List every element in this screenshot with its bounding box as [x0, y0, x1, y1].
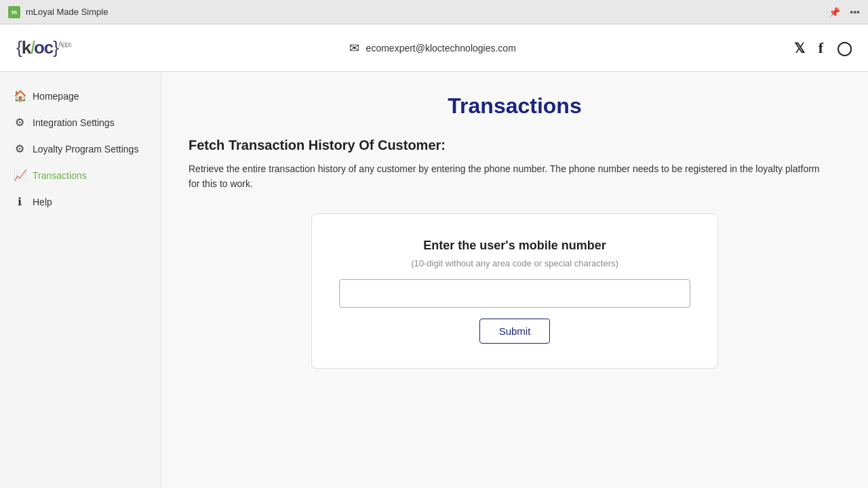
header-email: ✉ ecomexpert@kloctechnologies.com — [349, 41, 516, 56]
favicon: m — [8, 6, 20, 18]
instagram-icon[interactable]: ◯ — [837, 40, 852, 56]
sidebar-label-integration-settings: Integration Settings — [33, 117, 115, 128]
card-subtitle: (10-digit without any area code or speci… — [411, 258, 618, 268]
sidebar-item-homepage[interactable]: 🏠 Homepage — [0, 83, 161, 109]
sidebar-label-homepage: Homepage — [33, 91, 79, 102]
email-icon: ✉ — [349, 41, 359, 56]
sidebar: 🏠 Homepage ⚙ Integration Settings ⚙ Loya… — [0, 72, 161, 488]
header-social: 𝕏 f ◯ — [794, 39, 852, 57]
pin-icon[interactable]: 📌 — [829, 7, 840, 18]
page-title: Transactions — [189, 94, 841, 119]
logo: {kloc}Apps — [16, 37, 71, 58]
gear-icon-loyalty: ⚙ — [14, 142, 26, 155]
main-area: 🏠 Homepage ⚙ Integration Settings ⚙ Loya… — [0, 72, 868, 488]
sidebar-label-loyalty-program-settings: Loyalty Program Settings — [33, 144, 138, 155]
submit-button[interactable]: Submit — [479, 319, 551, 344]
header: {kloc}Apps ✉ ecomexpert@kloctechnologies… — [0, 24, 868, 72]
card-title: Enter the user's mobile number — [423, 239, 606, 253]
browser-tab: m mLoyal Made Simple — [8, 6, 108, 18]
gear-icon-integration: ⚙ — [14, 116, 26, 129]
sidebar-item-help[interactable]: ℹ Help — [0, 188, 161, 215]
more-options-icon[interactable]: ••• — [850, 7, 860, 18]
sidebar-label-transactions: Transactions — [33, 170, 87, 181]
section-description: Retrieve the entire transaction history … — [189, 161, 826, 192]
section-title: Fetch Transaction History Of Customer: — [189, 138, 841, 153]
home-icon: 🏠 — [14, 89, 26, 102]
help-icon: ℹ — [14, 195, 26, 208]
browser-bar: m mLoyal Made Simple 📌 ••• — [0, 0, 868, 24]
mobile-number-input[interactable] — [339, 279, 690, 308]
facebook-icon[interactable]: f — [818, 39, 823, 57]
sidebar-label-help: Help — [33, 197, 52, 207]
mobile-number-card: Enter the user's mobile number (10-digit… — [311, 214, 718, 369]
sidebar-item-integration-settings[interactable]: ⚙ Integration Settings — [0, 109, 161, 136]
sidebar-item-loyalty-program-settings[interactable]: ⚙ Loyalty Program Settings — [0, 136, 161, 162]
tab-title: mLoyal Made Simple — [26, 7, 108, 17]
app-wrapper: {kloc}Apps ✉ ecomexpert@kloctechnologies… — [0, 24, 868, 488]
email-address: ecomexpert@kloctechnologies.com — [366, 43, 516, 54]
browser-controls: 📌 ••• — [829, 7, 860, 18]
content-area: Transactions Fetch Transaction History O… — [161, 72, 868, 488]
transactions-icon: 📈 — [14, 169, 26, 182]
twitter-icon[interactable]: 𝕏 — [794, 40, 805, 56]
sidebar-item-transactions[interactable]: 📈 Transactions — [0, 162, 161, 188]
